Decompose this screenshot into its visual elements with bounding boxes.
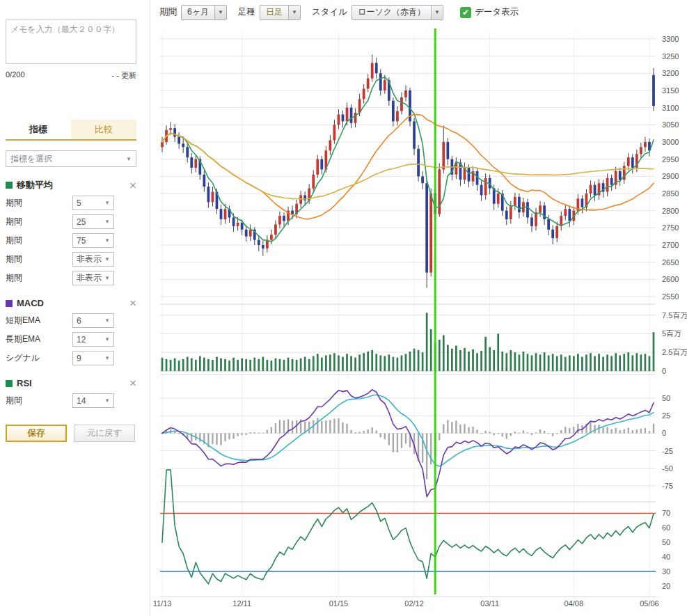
bartype-label: 足種: [238, 6, 255, 18]
param-select[interactable]: 75▼: [72, 233, 114, 248]
data-display-label: データ表示: [475, 6, 519, 18]
svg-text:7.5百万: 7.5百万: [662, 311, 687, 319]
indicator-section-2: RSI×期間14▼: [6, 377, 136, 408]
close-icon[interactable]: ×: [129, 297, 136, 309]
svg-text:3300: 3300: [662, 35, 679, 43]
indicator-title: MACD: [17, 298, 129, 308]
svg-text:0: 0: [662, 429, 666, 437]
stock-chart-app: 0/200 - - 更新 指標 比較 指標を選択 ▼ 移動平均×期間5▼期間25…: [0, 0, 687, 616]
chevron-down-icon: ▼: [104, 237, 110, 244]
sidebar-buttons: 保存 元に戻す: [6, 425, 136, 442]
close-icon[interactable]: ×: [129, 180, 136, 191]
tab-compare[interactable]: 比較: [71, 120, 136, 139]
svg-text:-75: -75: [662, 482, 673, 490]
param-label: 長期EMA: [6, 333, 72, 345]
indicator-param-row: 期間25▼: [6, 214, 136, 229]
chevron-down-icon: ▼: [104, 397, 110, 404]
svg-text:-25: -25: [662, 447, 673, 455]
chevron-down-icon: ▼: [104, 355, 110, 361]
memo-meta: 0/200 - - 更新: [6, 70, 136, 81]
close-icon[interactable]: ×: [129, 377, 136, 389]
param-label: 期間: [6, 272, 72, 284]
indicator-select-value: 指標を選択: [10, 153, 52, 165]
macd-panel: [161, 390, 654, 497]
param-select[interactable]: 5▼: [72, 196, 114, 210]
svg-text:-50: -50: [662, 464, 673, 473]
indicator-param-row: 短期EMA6▼: [6, 313, 136, 328]
svg-text:2.5百万: 2.5百万: [662, 348, 687, 356]
candlestick-chart[interactable]: 3300325032003150310030503000295029002850…: [150, 24, 687, 616]
memo-input[interactable]: [6, 19, 136, 64]
svg-text:3150: 3150: [662, 86, 679, 95]
svg-text:11/13: 11/13: [153, 599, 172, 608]
chart-toolbar: 期間 6ヶ月 ▼ 足種 日足 ▼ スタイル ローソク（赤青） ▼ ✔ データ表示: [150, 0, 687, 24]
svg-text:2950: 2950: [662, 155, 679, 164]
reset-button[interactable]: 元に戻す: [74, 425, 135, 442]
svg-text:30: 30: [662, 567, 670, 576]
svg-text:40: 40: [662, 553, 670, 561]
svg-text:3100: 3100: [662, 104, 679, 112]
indicator-section-0: 移動平均×期間5▼期間25▼期間75▼期間非表示▼期間非表示▼: [6, 179, 136, 285]
indicator-sections: 移動平均×期間5▼期間25▼期間75▼期間非表示▼期間非表示▼MACD×短期EM…: [6, 179, 136, 408]
svg-text:02/12: 02/12: [404, 599, 424, 608]
svg-text:50: 50: [662, 538, 670, 546]
chevron-down-icon: ▼: [104, 200, 110, 206]
indicator-select[interactable]: 指標を選択 ▼: [6, 150, 136, 167]
svg-text:01/15: 01/15: [329, 599, 349, 608]
param-label: 短期EMA: [6, 315, 72, 326]
chevron-down-icon[interactable]: ▼: [431, 6, 443, 19]
period-label: 期間: [159, 6, 177, 18]
param-select[interactable]: 12▼: [72, 332, 114, 347]
period-select[interactable]: 6ヶ月 ▼: [181, 5, 227, 20]
param-label: 期間: [6, 235, 72, 246]
chart-main: 期間 6ヶ月 ▼ 足種 日足 ▼ スタイル ローソク（赤青） ▼ ✔ データ表示…: [150, 0, 687, 616]
param-select[interactable]: 9▼: [72, 351, 114, 365]
indicator-title: 移動平均: [17, 179, 129, 191]
svg-text:2700: 2700: [662, 241, 679, 249]
svg-text:0: 0: [662, 367, 666, 375]
style-select[interactable]: ローソク（赤青） ▼: [352, 5, 443, 20]
chevron-down-icon[interactable]: ▼: [288, 6, 300, 19]
rsi-panel: [160, 470, 656, 584]
svg-text:3050: 3050: [662, 120, 679, 129]
svg-text:03/11: 03/11: [480, 599, 499, 608]
volume-bars: [161, 313, 655, 371]
memo-update-label: - - 更新: [112, 70, 136, 81]
svg-text:3200: 3200: [662, 69, 679, 77]
svg-text:2850: 2850: [662, 189, 679, 198]
axis-labels: 3300325032003150310030503000295029002850…: [153, 35, 687, 608]
tab-indicator[interactable]: 指標: [6, 120, 71, 139]
chevron-down-icon[interactable]: ▼: [214, 6, 226, 19]
style-label: スタイル: [312, 6, 347, 18]
chevron-down-icon: ▼: [104, 275, 110, 281]
period-value: 6ヶ月: [182, 6, 214, 19]
indicator-color-swatch: [6, 300, 13, 307]
svg-text:2600: 2600: [662, 275, 679, 283]
bartype-select[interactable]: 日足 ▼: [260, 5, 301, 20]
indicator-color-swatch: [6, 182, 13, 189]
indicator-title: RSI: [17, 378, 129, 388]
param-select[interactable]: 非表示▼: [72, 271, 114, 285]
svg-text:2750: 2750: [662, 223, 679, 232]
svg-text:2550: 2550: [662, 292, 679, 301]
checkbox-checked-icon[interactable]: ✔: [460, 7, 471, 18]
svg-text:2650: 2650: [662, 258, 679, 267]
param-select[interactable]: 14▼: [72, 393, 114, 408]
svg-text:2800: 2800: [662, 207, 679, 215]
indicator-param-row: シグナル9▼: [6, 351, 136, 365]
svg-text:3250: 3250: [662, 52, 679, 61]
param-select[interactable]: 6▼: [72, 313, 114, 328]
candles-layer: [161, 54, 655, 288]
chevron-down-icon: ▼: [104, 256, 110, 262]
chevron-down-icon: ▼: [104, 219, 110, 225]
save-button[interactable]: 保存: [6, 425, 67, 442]
data-display-toggle[interactable]: ✔ データ表示: [460, 6, 519, 18]
param-select[interactable]: 25▼: [72, 214, 114, 229]
svg-text:05/06: 05/06: [640, 599, 659, 608]
param-label: 期間: [6, 197, 72, 209]
param-select[interactable]: 非表示▼: [72, 252, 114, 267]
param-label: 期間: [6, 253, 72, 265]
svg-text:25: 25: [662, 411, 670, 420]
indicator-param-row: 期間75▼: [6, 233, 136, 248]
indicator-param-row: 期間14▼: [6, 393, 136, 408]
